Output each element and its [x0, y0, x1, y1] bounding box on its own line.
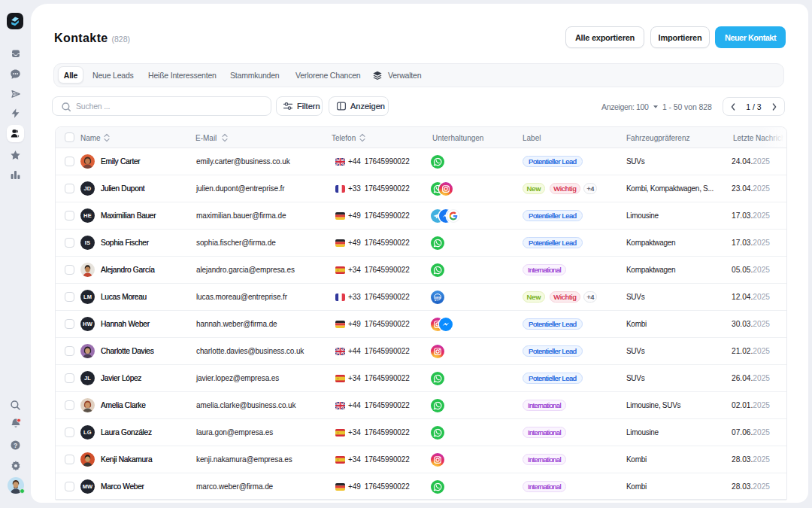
svg-text:?: ? — [14, 442, 17, 449]
svg-text:SMS: SMS — [435, 296, 441, 299]
